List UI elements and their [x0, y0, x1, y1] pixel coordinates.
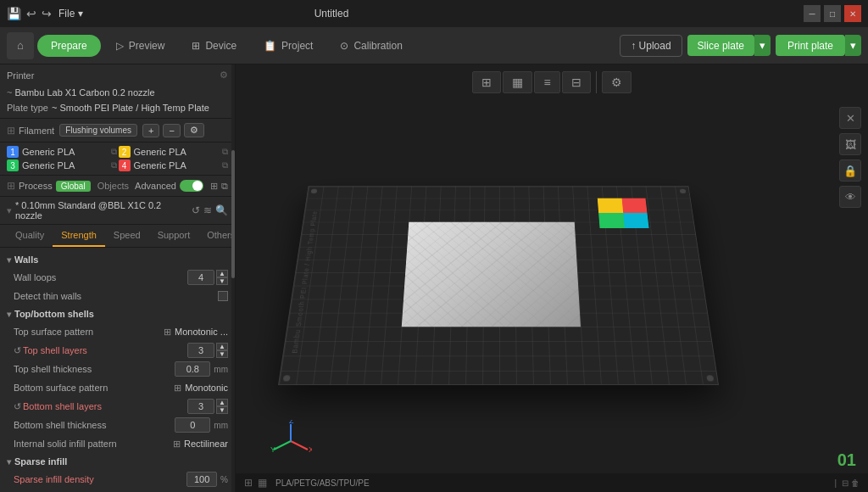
filament-copy-4[interactable]: ⧉ [222, 160, 228, 171]
filament-num-3: 3 [7, 159, 19, 171]
detect-thin-walls-row: Detect thin walls [0, 287, 235, 305]
profile-icons: ↺ ≋ 🔍 [192, 204, 228, 216]
tab-calibration[interactable]: ⊙ Calibration [328, 35, 414, 57]
lock-icon-btn[interactable]: 🔒 [839, 159, 861, 182]
close-icon-btn[interactable]: ✕ [839, 107, 861, 129]
vp-tool-list[interactable]: ≡ [534, 71, 559, 93]
filament-name-4: Generic PLA [134, 160, 186, 171]
top-shell-layers-up[interactable]: ▲ [216, 343, 228, 350]
bottom-shell-layers-up[interactable]: ▲ [216, 399, 228, 406]
vp-tool-layers[interactable]: ▦ [503, 71, 532, 93]
tab-device[interactable]: ⊞ Device [180, 35, 248, 57]
svg-text:X: X [309, 445, 312, 454]
bottom-shell-thickness-input[interactable] [175, 417, 210, 433]
build-plate[interactable]: Bambu Smooth PEI Plate / High Temp Plate [278, 186, 719, 385]
tab-preview[interactable]: ▷ Preview [104, 35, 177, 57]
status-icon-1: ⊞ [244, 477, 253, 489]
filament-name-2: Generic PLA [134, 147, 186, 157]
vp-tool-extra[interactable]: ⚙ [602, 71, 632, 93]
detect-thin-walls-label: Detect thin walls [14, 291, 218, 301]
bottom-shell-layers-input[interactable] [187, 399, 214, 414]
settings-panel: ▾ Walls Wall loops ▲ ▼ Detect thin walls [0, 248, 235, 492]
wall-loops-up[interactable]: ▲ [216, 270, 228, 277]
internal-solid-infill-text[interactable]: Rectilinear [184, 439, 228, 449]
tab-quality[interactable]: Quality [7, 225, 53, 247]
top-shell-layers-down[interactable]: ▼ [216, 350, 228, 358]
bottom-shell-layers-down[interactable]: ▼ [216, 406, 228, 414]
upload-button[interactable]: ↑ Upload [620, 35, 682, 57]
undo-button[interactable]: ↩ [26, 7, 36, 20]
svg-line-1 [274, 441, 291, 450]
flushing-volumes-button[interactable]: Flushing volumes [59, 124, 137, 137]
color-swatches [598, 198, 649, 228]
objects-label[interactable]: Objects [97, 181, 129, 191]
global-badge[interactable]: Global [56, 181, 91, 192]
vp-tool-orient[interactable]: ⊟ [562, 71, 591, 93]
vp-tool-grid[interactable]: ⊞ [472, 71, 501, 93]
swatch-yellow [598, 198, 623, 213]
wall-loops-down[interactable]: ▼ [216, 277, 228, 285]
status-sep: | [835, 478, 837, 488]
close-button[interactable]: ✕ [844, 5, 861, 22]
main-toolbar: ⌂ Prepare ▷ Preview ⊞ Device 📋 Project ⊙… [0, 27, 868, 64]
tab-support[interactable]: Support [149, 225, 199, 247]
profile-search[interactable]: 🔍 [215, 204, 228, 216]
bottom-surface-pattern-text[interactable]: Monotonic [185, 383, 228, 393]
maximize-button[interactable]: □ [824, 5, 841, 22]
printer-label: Printer [7, 70, 34, 81]
minimize-button[interactable]: ─ [804, 5, 821, 22]
top-shell-thickness-input[interactable] [175, 361, 210, 377]
advanced-toggle[interactable] [180, 180, 203, 192]
add-filament-button[interactable]: + [142, 124, 159, 137]
redo-button[interactable]: ↪ [42, 7, 52, 20]
printer-settings-icon[interactable]: ⚙ [220, 70, 228, 81]
process-icon-2[interactable]: ⧉ [221, 181, 228, 192]
print-button[interactable]: Print plate [776, 35, 845, 56]
filament-copy-1[interactable]: ⧉ [111, 147, 117, 157]
tab-strength[interactable]: Strength [53, 225, 105, 247]
bottom-shell-layers-reload[interactable]: ↺ [14, 401, 21, 412]
filament-item-4: 4 Generic PLA ⧉ [119, 159, 229, 171]
profile-compare[interactable]: ≋ [203, 204, 212, 216]
profile-reload[interactable]: ↺ [192, 204, 200, 216]
top-shell-layers-input[interactable] [187, 343, 214, 358]
slice-dropdown[interactable]: ▾ [754, 35, 771, 56]
slice-button[interactable]: Slice plate [687, 35, 754, 56]
walls-section[interactable]: ▾ Walls [0, 251, 235, 268]
detect-thin-walls-checkbox[interactable] [218, 291, 228, 301]
top-surface-pattern-text[interactable]: Monotonic ... [175, 327, 228, 337]
image-icon-btn[interactable]: 🖼 [839, 133, 861, 155]
remove-filament-button[interactable]: − [163, 124, 180, 137]
scrollbar-thumb[interactable] [231, 150, 235, 278]
tab-prepare[interactable]: Prepare [37, 35, 101, 57]
filament-num-2: 2 [119, 146, 131, 158]
wall-loops-input[interactable] [187, 270, 214, 285]
print-dropdown[interactable]: ▾ [845, 35, 861, 56]
save-button[interactable]: 💾 [7, 7, 21, 20]
process-icon-1[interactable]: ⊞ [210, 181, 218, 192]
filament-settings-button[interactable]: ⚙ [184, 123, 204, 137]
vp-separator [596, 71, 597, 93]
sparse-infill-section[interactable]: ▾ Sparse infill [0, 453, 235, 470]
top-bottom-section[interactable]: ▾ Top/bottom shells [0, 305, 235, 322]
tab-speed[interactable]: Speed [105, 225, 149, 247]
filament-item-1: 1 Generic PLA ⧉ [7, 146, 117, 158]
filament-num-1: 1 [7, 146, 19, 158]
sparse-infill-density-row: Sparse infill density % [0, 470, 235, 489]
filament-copy-3[interactable]: ⧉ [111, 160, 117, 171]
eye-icon-btn[interactable]: 👁 [839, 186, 861, 208]
tab-project[interactable]: 📋 Project [252, 35, 325, 57]
tab-others[interactable]: Others [198, 225, 236, 247]
bottom-surface-pattern-row: Bottom surface pattern ⊞ Monotonic [0, 378, 235, 397]
model-object[interactable] [402, 222, 581, 327]
home-button[interactable]: ⌂ [7, 32, 34, 59]
profile-row: ▾ * 0.10mm Standard @BBL X1C 0.2 nozzle … [0, 197, 235, 225]
file-menu[interactable]: File ▾ [58, 8, 83, 20]
top-bottom-title: Top/bottom shells [14, 309, 94, 319]
printer-section-header: Printer ⚙ [0, 64, 235, 86]
top-shell-layers-reload[interactable]: ↺ [14, 345, 21, 356]
walls-title: Walls [14, 254, 38, 265]
sparse-infill-density-input[interactable] [186, 472, 217, 487]
plate-type-value[interactable]: ~ Smooth PEI Plate / High Temp Plate [52, 103, 209, 113]
filament-copy-2[interactable]: ⧉ [222, 147, 228, 157]
